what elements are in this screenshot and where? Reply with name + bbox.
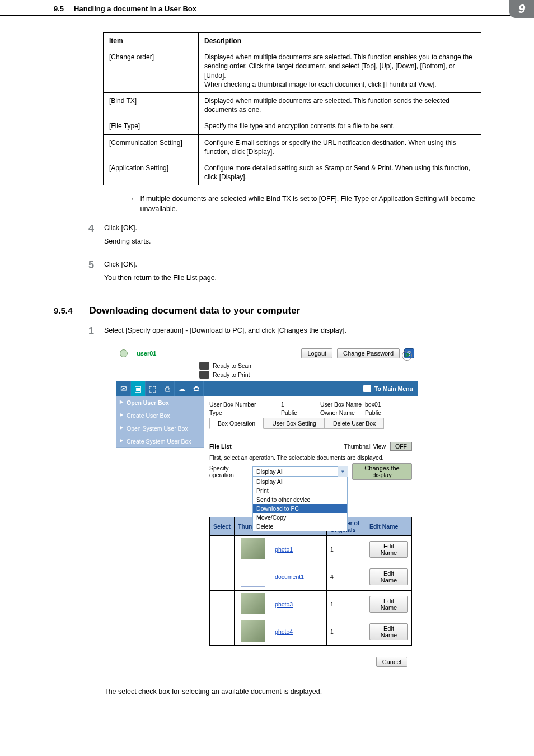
step-line: You then return to the File List page. [104, 273, 481, 283]
nav-tab-icon[interactable]: ⬚ [146, 381, 160, 396]
doc-count: 1 [327, 535, 366, 563]
select-note: The select check box for selecting an av… [104, 688, 534, 696]
change-password-button[interactable]: Change Password [337, 348, 400, 358]
printer-icon [199, 371, 209, 379]
status-print: Ready to Print [213, 371, 250, 378]
step-line: Click [OK]. [104, 223, 481, 233]
doc-link[interactable]: photo1 [275, 546, 293, 553]
scanner-icon [199, 362, 209, 370]
edit-name-button[interactable]: Edit Name [369, 623, 408, 640]
table-row: [Bind TX] Displayed when multiple docume… [104, 92, 481, 118]
refresh-icon[interactable]: ⟳ [402, 351, 412, 361]
file-list-table: Select Thumbnail Number of Originals Edi… [209, 517, 412, 646]
subsection-number: 9.5.4 [54, 306, 72, 315]
sidebar-item-open-user-box[interactable]: Open User Box [116, 396, 204, 409]
to-main-menu-icon [363, 385, 371, 392]
subsection-title: Downloading document data to your comput… [89, 305, 300, 316]
specify-operation-label: Specify operation [209, 465, 248, 478]
dd-item-download[interactable]: Download to PC [253, 504, 347, 513]
user-name: user01 [134, 350, 297, 357]
desc-th-item: Item [104, 33, 199, 49]
edit-name-button[interactable]: Edit Name [369, 596, 408, 613]
step-line: Select [Specify operation] - [Download t… [104, 325, 481, 335]
table-row: [File Type] Specify the file type and en… [104, 118, 481, 134]
nav-tab-icon[interactable]: ✉ [116, 381, 131, 396]
box-name-value: box01 [365, 401, 412, 408]
table-row: photo3 1 Edit Name [210, 590, 412, 618]
tab-delete-user-box[interactable]: Delete User Box [325, 418, 384, 429]
arrow-icon: → [128, 194, 135, 214]
doc-link[interactable]: photo3 [275, 601, 293, 608]
to-main-menu-link[interactable]: To Main Menu [374, 385, 413, 392]
section-title: Handling a document in a User Box [74, 4, 528, 13]
section-number: 9.5 [54, 4, 64, 13]
nav-tab-icon[interactable]: ▣ [131, 381, 146, 396]
dd-item-move-copy[interactable]: Move/Copy [253, 513, 347, 522]
sidebar-item-create-user-box[interactable]: Create User Box [116, 409, 204, 422]
edit-name-button[interactable]: Edit Name [369, 568, 408, 585]
dd-item-print[interactable]: Print [253, 486, 347, 495]
owner-value: Public [365, 409, 412, 416]
table-row: [Communication Setting] Configure E-mail… [104, 134, 481, 160]
th-select: Select [210, 517, 235, 535]
doc-count: 4 [327, 563, 366, 590]
dd-item-send[interactable]: Send to other device [253, 495, 347, 504]
step-line: Click [OK]. [104, 259, 481, 269]
box-number-value: 1 [281, 401, 320, 408]
cancel-button[interactable]: Cancel [376, 657, 407, 667]
description-table: Item Description [Change order] Displaye… [103, 32, 481, 185]
thumbnail-image [241, 566, 265, 587]
nav-tab-icon[interactable]: ☁ [175, 381, 189, 396]
thumbnail-image [241, 620, 265, 642]
arrow-note: → If multiple documents are selected whi… [128, 194, 480, 214]
step-number: 5 [84, 259, 94, 271]
operation-note: First, select an operation. The selectab… [204, 451, 418, 463]
th-edit-name: Edit Name [366, 517, 412, 535]
doc-count: 1 [327, 618, 366, 645]
tab-user-box-setting[interactable]: User Box Setting [264, 418, 325, 429]
desc-th-desc: Description [199, 33, 481, 49]
file-list-title: File List [209, 443, 232, 450]
specify-operation-select[interactable]: Display All [252, 466, 348, 477]
table-row: photo1 1 Edit Name [210, 535, 412, 563]
arrow-note-text: If multiple documents are selected while… [140, 194, 481, 214]
step-number: 1 [84, 325, 94, 337]
type-label: Type [209, 409, 281, 416]
thumbnail-image [241, 538, 265, 559]
nav-tab-icon[interactable]: ✿ [189, 381, 204, 396]
specify-operation-dropdown: Display All Print Send to other device D… [252, 477, 348, 531]
step-number: 4 [84, 223, 94, 235]
thumbnail-off-button[interactable]: OFF [390, 442, 412, 451]
changes-display-button[interactable]: Changes the display [352, 463, 412, 480]
chapter-badge: 9 [509, 0, 534, 18]
table-row: [Change order] Displayed when multiple d… [104, 49, 481, 93]
logout-button[interactable]: Logout [301, 348, 332, 358]
table-row: photo4 1 Edit Name [210, 618, 412, 645]
edit-name-button[interactable]: Edit Name [369, 541, 408, 558]
table-row: document1 4 Edit Name [210, 563, 412, 590]
doc-link[interactable]: document1 [275, 573, 304, 580]
type-value: Public [281, 409, 320, 416]
box-name-label: User Box Name [320, 401, 365, 408]
web-connection-window: user01 Logout Change Password ? Ready to… [116, 346, 418, 676]
thumbnail-view-label: Thumbnail View [344, 443, 386, 450]
table-row: [Application Setting] Configure more det… [104, 160, 481, 185]
dd-item-delete[interactable]: Delete [253, 522, 347, 531]
owner-label: Owner Name [320, 409, 365, 416]
dd-item-display-all[interactable]: Display All [253, 477, 347, 486]
doc-count: 1 [327, 590, 366, 618]
status-scan: Ready to Scan [213, 362, 251, 369]
sidebar-item-open-system-user-box[interactable]: Open System User Box [116, 422, 204, 435]
thumbnail-image [241, 593, 265, 614]
chevron-down-icon[interactable]: ▾ [338, 466, 348, 477]
nav-tab-icon[interactable]: ⎙ [160, 381, 175, 396]
user-icon [120, 349, 128, 357]
step-line: Sending starts. [104, 236, 481, 246]
box-number-label: User Box Number [209, 401, 281, 408]
tab-box-operation[interactable]: Box Operation [209, 418, 264, 429]
doc-link[interactable]: photo4 [275, 628, 293, 635]
sidebar-item-create-system-user-box[interactable]: Create System User Box [116, 435, 204, 448]
